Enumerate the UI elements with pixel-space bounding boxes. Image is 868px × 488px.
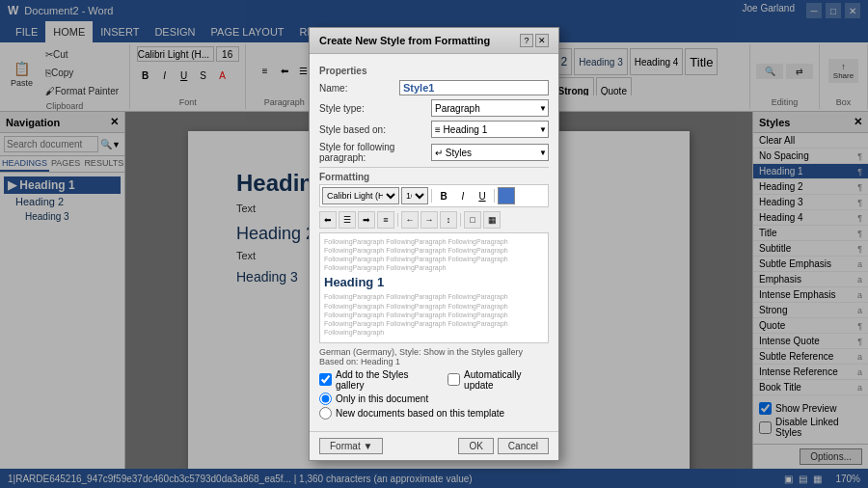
align-right-btn[interactable]: ➡ — [358, 211, 375, 229]
style-type-row: Style type: Paragraph ▼ — [319, 99, 549, 117]
format-italic-button[interactable]: I — [454, 187, 472, 204]
new-docs-label: New documents based on this template — [336, 408, 504, 419]
style-based-select[interactable]: ≡ Heading 1 — [431, 121, 549, 138]
preview-para-before: FollowingParagraph FollowingParagraph Fo… — [324, 237, 544, 272]
style-follow-container: ↵ Styles ▼ — [431, 144, 549, 161]
preview-area: FollowingParagraph FollowingParagraph Fo… — [319, 232, 549, 343]
style-follow-label: Style for following paragraph: — [319, 142, 425, 163]
format-color-button[interactable] — [498, 187, 515, 204]
shading-btn[interactable]: ▦ — [483, 211, 501, 229]
only-this-doc-row: Only in this document — [319, 393, 549, 405]
auto-update-label: Automatically update — [464, 369, 549, 391]
format-size-select[interactable]: 16 — [401, 187, 428, 204]
scope-radio-group: Only in this document New documents base… — [319, 393, 549, 420]
align-center-btn[interactable]: ☰ — [339, 211, 356, 229]
only-this-doc-label: Only in this document — [336, 393, 428, 404]
preview-para-after: FollowingParagraph FollowingParagraph Fo… — [324, 292, 544, 336]
format-underline-button[interactable]: U — [474, 187, 491, 204]
dialog-title-bar: Create New Style from Formatting ? ✕ — [310, 28, 558, 54]
auto-update-checkbox[interactable] — [448, 373, 460, 386]
format-dropdown-button[interactable]: Format ▼ — [319, 438, 383, 454]
dialog-close-button[interactable]: ✕ — [535, 34, 549, 47]
style-type-select[interactable]: Paragraph — [431, 99, 549, 117]
align-toolbar: ⬅ ☰ ➡ ≡ ← → ↕ □ ▦ — [319, 211, 549, 229]
add-to-gallery-row: Add to the Styles gallery Automatically … — [319, 369, 549, 391]
no-border-btn[interactable]: □ — [464, 211, 481, 229]
style-based-row: Style based on: ≡ Heading 1 ▼ — [319, 121, 549, 138]
dialog-body: Properties Name: Style type: Paragraph ▼… — [310, 54, 558, 431]
style-follow-row: Style for following paragraph: ↵ Styles … — [319, 142, 549, 163]
dialog-overlay: Create New Style from Formatting ? ✕ Pro… — [0, 0, 868, 488]
dialog-help-button[interactable]: ? — [520, 34, 533, 47]
style-type-container: Paragraph ▼ — [431, 99, 549, 117]
new-docs-row: New documents based on this template — [319, 407, 549, 420]
add-to-gallery-label: Add to the Styles gallery — [336, 369, 434, 391]
dialog-info-text: German (Germany), Style: Show in the Sty… — [319, 347, 549, 366]
formatting-toolbar: Calibri Light (Hea... 16 B I U — [319, 184, 549, 207]
line-spacing-btn[interactable]: ↕ — [440, 211, 457, 229]
preview-heading: Heading 1 — [324, 275, 544, 289]
cancel-button[interactable]: Cancel — [498, 438, 549, 454]
add-to-gallery-checkbox[interactable] — [319, 373, 332, 386]
properties-label: Properties — [319, 66, 549, 76]
dialog-title-text: Create New Style from Formatting — [319, 35, 490, 46]
align-justify-btn[interactable]: ≡ — [377, 211, 394, 229]
new-docs-radio[interactable] — [319, 407, 332, 420]
create-style-dialog: Create New Style from Formatting ? ✕ Pro… — [309, 27, 559, 461]
formatting-separator — [319, 167, 549, 168]
style-follow-select[interactable]: ↵ Styles — [431, 144, 549, 161]
ok-button[interactable]: OK — [458, 438, 493, 454]
dialog-footer-right: OK Cancel — [458, 438, 549, 454]
format-bold-button[interactable]: B — [435, 187, 452, 204]
style-based-container: ≡ Heading 1 ▼ — [431, 121, 549, 138]
formatting-label: Formatting — [319, 172, 549, 182]
format-font-select[interactable]: Calibri Light (Hea... — [322, 187, 399, 204]
indent-less-btn[interactable]: ← — [401, 211, 419, 229]
style-name-input[interactable] — [399, 80, 549, 95]
name-row: Name: — [319, 80, 549, 95]
style-based-label: Style based on: — [319, 124, 425, 135]
dialog-footer: Format ▼ OK Cancel — [310, 431, 558, 460]
only-this-doc-radio[interactable] — [319, 393, 332, 405]
style-type-label: Style type: — [319, 103, 425, 114]
name-label: Name: — [319, 83, 393, 94]
indent-more-btn[interactable]: → — [420, 211, 438, 229]
align-left-btn[interactable]: ⬅ — [319, 211, 337, 229]
